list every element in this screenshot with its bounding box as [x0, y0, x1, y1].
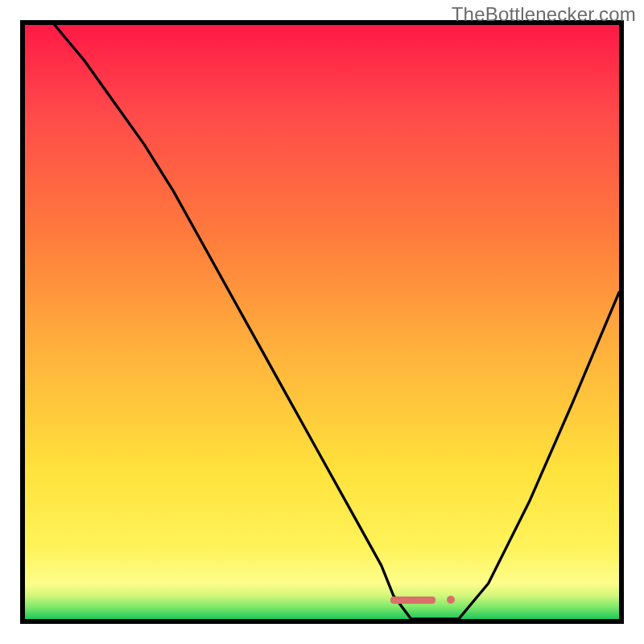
watermark-text: TheBottlenecker.com: [452, 3, 636, 26]
chart-frame: [20, 20, 624, 624]
chart-gradient-background: [25, 25, 619, 619]
optimal-range-marker: [390, 597, 436, 604]
